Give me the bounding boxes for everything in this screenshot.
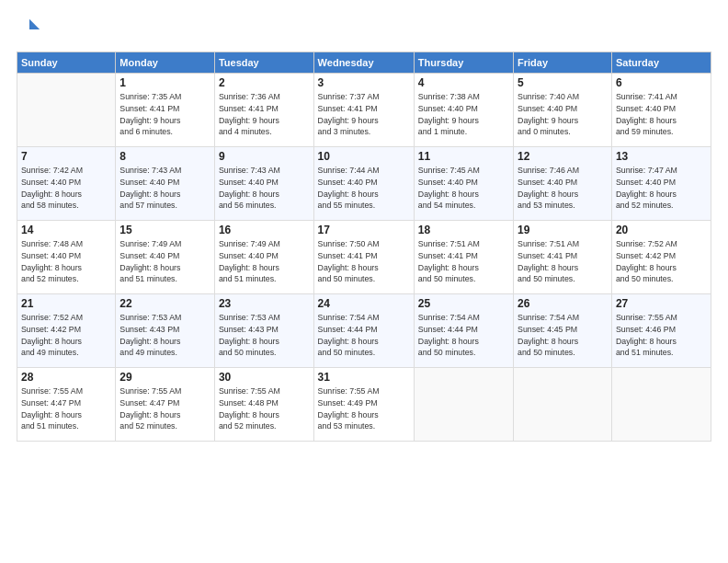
col-header-wednesday: Wednesday [313, 52, 414, 74]
day-cell: 9Sunrise: 7:43 AM Sunset: 4:40 PM Daylig… [214, 147, 313, 221]
day-number: 8 [119, 150, 210, 163]
week-row-2: 14Sunrise: 7:48 AM Sunset: 4:40 PM Dayli… [17, 221, 711, 294]
day-info: Sunrise: 7:53 AM Sunset: 4:43 PM Dayligh… [219, 312, 310, 359]
calendar-page: SundayMondayTuesdayWednesdayThursdayFrid… [0, 0, 728, 563]
day-cell: 18Sunrise: 7:51 AM Sunset: 4:41 PM Dayli… [414, 221, 513, 294]
day-info: Sunrise: 7:43 AM Sunset: 4:40 PM Dayligh… [219, 165, 310, 212]
day-number: 9 [219, 150, 310, 163]
day-cell: 22Sunrise: 7:53 AM Sunset: 4:43 PM Dayli… [116, 294, 215, 368]
day-number: 26 [518, 297, 608, 310]
day-cell [17, 74, 116, 147]
day-info: Sunrise: 7:38 AM Sunset: 4:40 PM Dayligh… [418, 91, 509, 138]
day-cell: 10Sunrise: 7:44 AM Sunset: 4:40 PM Dayli… [313, 147, 414, 221]
svg-marker-1 [29, 19, 40, 29]
day-number: 5 [518, 76, 608, 89]
day-cell: 7Sunrise: 7:42 AM Sunset: 4:40 PM Daylig… [17, 147, 116, 221]
day-info: Sunrise: 7:43 AM Sunset: 4:40 PM Dayligh… [119, 165, 210, 212]
col-header-saturday: Saturday [611, 52, 711, 74]
day-cell: 3Sunrise: 7:37 AM Sunset: 4:41 PM Daylig… [313, 74, 414, 147]
day-number: 15 [119, 224, 210, 236]
day-number: 24 [318, 297, 410, 310]
logo [17, 17, 46, 42]
day-cell: 17Sunrise: 7:50 AM Sunset: 4:41 PM Dayli… [313, 221, 414, 294]
day-number: 1 [119, 76, 210, 89]
day-info: Sunrise: 7:47 AM Sunset: 4:40 PM Dayligh… [616, 165, 707, 212]
day-cell: 31Sunrise: 7:55 AM Sunset: 4:49 PM Dayli… [313, 368, 414, 442]
day-number: 25 [418, 297, 509, 310]
day-number: 6 [616, 76, 707, 89]
col-header-tuesday: Tuesday [214, 52, 313, 74]
calendar-table: SundayMondayTuesdayWednesdayThursdayFrid… [17, 52, 711, 442]
day-number: 31 [318, 371, 410, 384]
day-cell: 11Sunrise: 7:45 AM Sunset: 4:40 PM Dayli… [414, 147, 513, 221]
day-number: 22 [119, 297, 210, 310]
day-number: 4 [418, 76, 509, 89]
day-cell: 21Sunrise: 7:52 AM Sunset: 4:42 PM Dayli… [17, 294, 116, 368]
day-info: Sunrise: 7:55 AM Sunset: 4:47 PM Dayligh… [119, 385, 210, 432]
col-header-friday: Friday [514, 52, 612, 74]
week-row-4: 28Sunrise: 7:55 AM Sunset: 4:47 PM Dayli… [17, 368, 711, 442]
day-cell: 30Sunrise: 7:55 AM Sunset: 4:48 PM Dayli… [214, 368, 313, 442]
day-cell: 16Sunrise: 7:49 AM Sunset: 4:40 PM Dayli… [214, 221, 313, 294]
day-cell: 1Sunrise: 7:35 AM Sunset: 4:41 PM Daylig… [116, 74, 215, 147]
day-number: 17 [318, 224, 410, 236]
col-header-thursday: Thursday [414, 52, 513, 74]
day-cell: 19Sunrise: 7:51 AM Sunset: 4:41 PM Dayli… [514, 221, 612, 294]
header [17, 17, 711, 42]
day-cell: 6Sunrise: 7:41 AM Sunset: 4:40 PM Daylig… [611, 74, 711, 147]
day-number: 30 [219, 371, 310, 384]
week-row-1: 7Sunrise: 7:42 AM Sunset: 4:40 PM Daylig… [17, 147, 711, 221]
day-number: 23 [219, 297, 310, 310]
day-info: Sunrise: 7:52 AM Sunset: 4:42 PM Dayligh… [616, 238, 707, 285]
day-info: Sunrise: 7:54 AM Sunset: 4:44 PM Dayligh… [418, 312, 509, 359]
col-header-sunday: Sunday [17, 52, 116, 74]
day-info: Sunrise: 7:37 AM Sunset: 4:41 PM Dayligh… [318, 91, 410, 138]
day-number: 16 [219, 224, 310, 236]
day-number: 20 [616, 224, 707, 236]
day-number: 19 [518, 224, 608, 236]
day-cell [514, 368, 612, 442]
day-info: Sunrise: 7:44 AM Sunset: 4:40 PM Dayligh… [318, 165, 410, 212]
day-number: 18 [418, 224, 509, 236]
day-cell: 14Sunrise: 7:48 AM Sunset: 4:40 PM Dayli… [17, 221, 116, 294]
day-info: Sunrise: 7:36 AM Sunset: 4:41 PM Dayligh… [219, 91, 310, 138]
day-info: Sunrise: 7:48 AM Sunset: 4:40 PM Dayligh… [21, 238, 111, 285]
day-info: Sunrise: 7:50 AM Sunset: 4:41 PM Dayligh… [318, 238, 410, 285]
day-cell: 26Sunrise: 7:54 AM Sunset: 4:45 PM Dayli… [514, 294, 612, 368]
day-info: Sunrise: 7:51 AM Sunset: 4:41 PM Dayligh… [418, 238, 509, 285]
day-cell: 23Sunrise: 7:53 AM Sunset: 4:43 PM Dayli… [214, 294, 313, 368]
header-row: SundayMondayTuesdayWednesdayThursdayFrid… [17, 52, 711, 74]
day-info: Sunrise: 7:55 AM Sunset: 4:47 PM Dayligh… [21, 385, 111, 432]
day-number: 13 [616, 150, 707, 163]
day-cell: 27Sunrise: 7:55 AM Sunset: 4:46 PM Dayli… [611, 294, 711, 368]
week-row-3: 21Sunrise: 7:52 AM Sunset: 4:42 PM Dayli… [17, 294, 711, 368]
day-cell: 25Sunrise: 7:54 AM Sunset: 4:44 PM Dayli… [414, 294, 513, 368]
day-cell: 13Sunrise: 7:47 AM Sunset: 4:40 PM Dayli… [611, 147, 711, 221]
day-cell: 4Sunrise: 7:38 AM Sunset: 4:40 PM Daylig… [414, 74, 513, 147]
logo-icon [17, 17, 42, 42]
day-info: Sunrise: 7:35 AM Sunset: 4:41 PM Dayligh… [119, 91, 210, 138]
day-cell: 12Sunrise: 7:46 AM Sunset: 4:40 PM Dayli… [514, 147, 612, 221]
day-number: 12 [518, 150, 608, 163]
day-number: 28 [21, 371, 111, 384]
day-cell [611, 368, 711, 442]
day-number: 29 [119, 371, 210, 384]
day-cell [414, 368, 513, 442]
day-info: Sunrise: 7:45 AM Sunset: 4:40 PM Dayligh… [418, 165, 509, 212]
day-number: 3 [318, 76, 410, 89]
day-info: Sunrise: 7:42 AM Sunset: 4:40 PM Dayligh… [21, 165, 111, 212]
day-info: Sunrise: 7:53 AM Sunset: 4:43 PM Dayligh… [119, 312, 210, 359]
day-cell: 8Sunrise: 7:43 AM Sunset: 4:40 PM Daylig… [116, 147, 215, 221]
day-cell: 5Sunrise: 7:40 AM Sunset: 4:40 PM Daylig… [514, 74, 612, 147]
day-info: Sunrise: 7:41 AM Sunset: 4:40 PM Dayligh… [616, 91, 707, 138]
day-cell: 24Sunrise: 7:54 AM Sunset: 4:44 PM Dayli… [313, 294, 414, 368]
day-number: 10 [318, 150, 410, 163]
day-info: Sunrise: 7:46 AM Sunset: 4:40 PM Dayligh… [518, 165, 608, 212]
day-cell: 2Sunrise: 7:36 AM Sunset: 4:41 PM Daylig… [214, 74, 313, 147]
day-cell: 29Sunrise: 7:55 AM Sunset: 4:47 PM Dayli… [116, 368, 215, 442]
day-info: Sunrise: 7:52 AM Sunset: 4:42 PM Dayligh… [21, 312, 111, 359]
day-number: 27 [616, 297, 707, 310]
day-number: 14 [21, 224, 111, 236]
day-cell: 28Sunrise: 7:55 AM Sunset: 4:47 PM Dayli… [17, 368, 116, 442]
day-info: Sunrise: 7:49 AM Sunset: 4:40 PM Dayligh… [219, 238, 310, 285]
